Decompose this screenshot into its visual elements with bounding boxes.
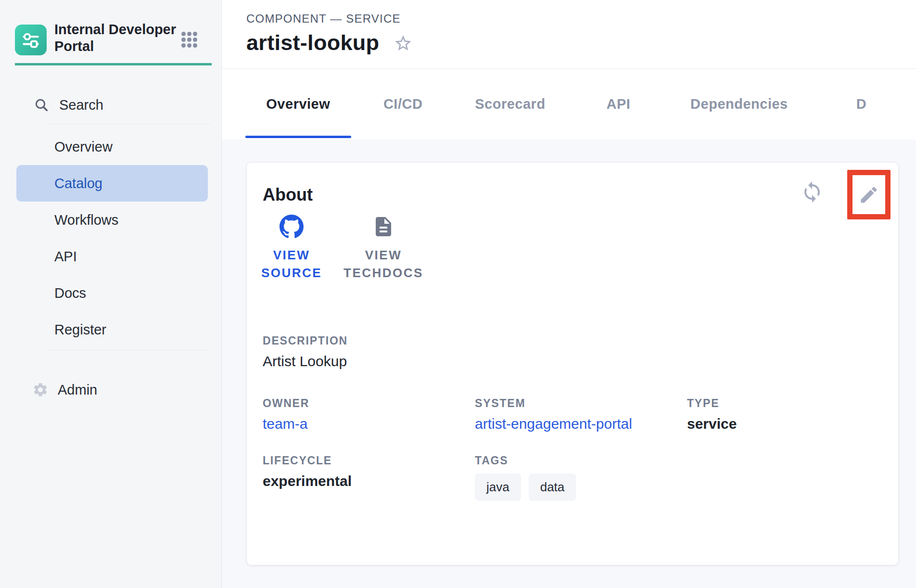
favorite-star-icon[interactable] xyxy=(394,34,413,54)
sidebar-item-label: Admin xyxy=(58,382,97,398)
gear-icon xyxy=(32,382,49,400)
sidebar-nav: OverviewCatalogWorkflowsAPIDocsRegister xyxy=(0,128,222,348)
document-icon xyxy=(372,215,395,239)
field-value: service xyxy=(687,416,737,432)
field-owner: OWNER team-a xyxy=(263,396,309,432)
sidebar-item-api[interactable]: API xyxy=(16,238,208,275)
field-label: TYPE xyxy=(687,396,737,410)
tab-ci-cd[interactable]: CI/CD xyxy=(351,69,455,140)
field-value: Artist Lookup xyxy=(263,353,348,370)
about-heading: About xyxy=(263,184,313,205)
sidebar-item-label: Search xyxy=(59,97,103,113)
apps-grid-icon[interactable] xyxy=(181,32,198,48)
field-system: SYSTEM artist-engagement-portal xyxy=(475,396,632,432)
tab-d[interactable]: D xyxy=(807,69,916,140)
brand-accent-rule xyxy=(15,63,212,65)
field-type: TYPE service xyxy=(687,396,737,432)
sidebar-item-workflows[interactable]: Workflows xyxy=(16,202,208,238)
annotation-target-box xyxy=(847,170,891,219)
search-icon xyxy=(34,97,49,115)
app-window: Internal Developer Portal Search Overvie… xyxy=(0,0,916,588)
tab-content: About xyxy=(222,140,916,588)
view-techdocs-link[interactable]: VIEW TECHDOCS xyxy=(343,215,424,282)
about-links: VIEW SOURCE VIEW TECHDOCS xyxy=(263,215,424,282)
owner-link[interactable]: team-a xyxy=(263,416,309,432)
refresh-icon[interactable] xyxy=(801,180,824,204)
field-description: DESCRIPTION Artist Lookup xyxy=(263,334,348,370)
field-label: DESCRIPTION xyxy=(263,334,348,347)
sidebar-item-search[interactable]: Search xyxy=(0,90,222,119)
divider xyxy=(46,124,210,124)
tab-overview[interactable]: Overview xyxy=(245,69,351,140)
field-label: TAGS xyxy=(475,454,576,467)
edit-pencil-icon[interactable] xyxy=(858,184,879,205)
tab-scorecard[interactable]: Scorecard xyxy=(455,69,566,140)
view-source-link[interactable]: VIEW SOURCE xyxy=(263,215,320,282)
sidebar-item-admin[interactable]: Admin xyxy=(0,371,222,408)
entity-header: COMPONENT — SERVICE artist-lookup xyxy=(222,0,916,69)
divider xyxy=(46,350,210,350)
about-card: About xyxy=(246,162,899,565)
sliders-logo-icon xyxy=(20,29,41,51)
sidebar-item-docs[interactable]: Docs xyxy=(16,275,208,311)
sidebar-item-catalog[interactable]: Catalog xyxy=(16,165,208,202)
main-area: COMPONENT — SERVICE artist-lookup Overvi… xyxy=(222,0,916,588)
field-label: SYSTEM xyxy=(475,396,632,410)
tab-api[interactable]: API xyxy=(565,69,672,140)
system-link[interactable]: artist-engagement-portal xyxy=(475,416,632,432)
sidebar-item-overview[interactable]: Overview xyxy=(16,128,208,165)
sidebar: Internal Developer Portal Search Overvie… xyxy=(0,0,222,588)
field-value: experimental xyxy=(263,473,352,489)
entity-tabs: OverviewCI/CDScorecardAPIDependenciesD xyxy=(222,69,916,140)
sidebar-item-register[interactable]: Register xyxy=(16,311,208,348)
brand-title: Internal Developer Portal xyxy=(54,21,179,55)
app-logo xyxy=(15,25,47,55)
github-icon xyxy=(280,215,304,239)
tag-chips: javadata xyxy=(475,473,576,501)
page-title: artist-lookup xyxy=(246,30,379,55)
tag-chip-java[interactable]: java xyxy=(475,473,521,501)
tag-chip-data[interactable]: data xyxy=(529,473,576,501)
field-label: LIFECYCLE xyxy=(263,454,352,467)
breadcrumb: COMPONENT — SERVICE xyxy=(246,12,916,26)
field-lifecycle: LIFECYCLE experimental xyxy=(263,454,352,489)
tab-dependencies[interactable]: Dependencies xyxy=(672,69,807,140)
field-label: OWNER xyxy=(263,396,309,410)
field-tags: TAGS javadata xyxy=(475,454,576,501)
